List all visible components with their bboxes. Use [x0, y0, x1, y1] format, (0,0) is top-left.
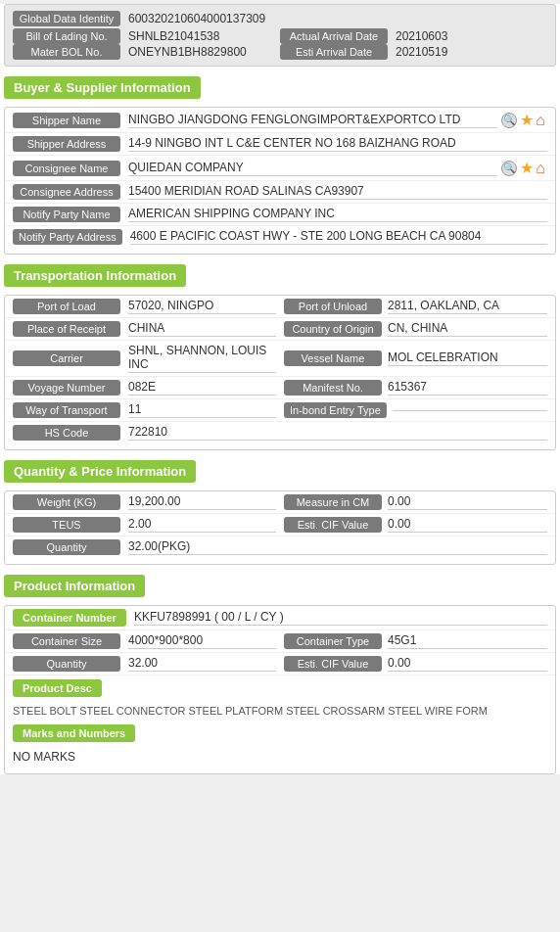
- actual-arrival-label: Actual Arrival Date: [280, 28, 388, 44]
- in-bond-label: In-bond Entry Type: [284, 402, 387, 418]
- product-esti-cif-label: Esti. CIF Value: [284, 656, 382, 672]
- product-qty-label: Quantity: [13, 656, 120, 672]
- port-load-left: Port of Load 57020, NINGPO: [13, 299, 276, 314]
- consignee-home-icon[interactable]: ⌂: [536, 160, 545, 177]
- marks-text: NO MARKS: [5, 746, 555, 768]
- hs-code-value: 722810: [128, 425, 547, 441]
- voyage-row: Voyage Number 082E Manifest No. 615367: [5, 377, 555, 399]
- country-origin-label: Country of Origin: [284, 321, 382, 337]
- esti-arrival-label: Esti Arrival Date: [280, 44, 388, 60]
- transport-value: 11: [128, 402, 276, 418]
- product-desc-btn-row: Product Desc: [5, 676, 555, 701]
- shipper-address-label: Shipper Address: [13, 136, 120, 152]
- transportation-section: Transportation Information Port of Load …: [0, 258, 560, 450]
- port-load-row: Port of Load 57020, NINGPO Port of Unloa…: [5, 296, 555, 318]
- esti-cif-label: Esti. CIF Value: [284, 517, 382, 533]
- page-wrapper: Global Data Identity 6003202106040001373…: [0, 4, 560, 774]
- notify-party-address-label: Notify Party Address: [13, 229, 122, 245]
- shipper-address-value: 14-9 NINGBO INT L C&E CENTER NO 168 BAIZ…: [128, 136, 547, 152]
- shipper-name-label: Shipper Name: [13, 113, 120, 128]
- container-type-right: Container Type 45G1: [284, 633, 547, 649]
- qty-row: Quantity 32.00(PKG): [5, 536, 555, 558]
- product-qty-row: Quantity 32.00 Esti. CIF Value 0.00: [5, 653, 555, 676]
- transport-left: Way of Transport 11: [13, 402, 276, 418]
- consignee-name-row: Consignee Name QUIEDAN COMPANY ★ ⌂: [5, 156, 555, 181]
- measure-right: Measure in CM 0.00: [284, 494, 547, 510]
- quantity-price-header: Quantity & Price Information: [4, 460, 196, 483]
- container-size-left: Container Size 4000*900*800: [13, 633, 276, 649]
- product-section: Product Information Container Number KKF…: [0, 569, 560, 774]
- marks-numbers-button[interactable]: Marks and Numbers: [13, 724, 135, 742]
- vessel-value: MOL CELEBRATION: [388, 350, 547, 366]
- mater-bol-row: Mater BOL No. ONEYNB1BH8829800 Esti Arri…: [13, 44, 547, 60]
- consignee-star-icon[interactable]: ★: [520, 159, 534, 177]
- bol-value: SHNLB21041538: [128, 29, 219, 43]
- consignee-address-row: Consignee Address 15400 MERIDIAN ROAD SA…: [5, 181, 555, 204]
- actual-arrival-value: 20210603: [396, 29, 447, 43]
- teus-row: TEUS 2.00 Esti. CIF Value 0.00: [5, 514, 555, 536]
- carrier-row: Carrier SHNL, SHANNON, LOUIS INC Vessel …: [5, 341, 555, 377]
- weight-label: Weight (KG): [13, 494, 120, 510]
- mater-bol-label: Mater BOL No.: [13, 44, 120, 60]
- notify-party-name-value: AMERICAN SHIPPING COMPANY INC: [128, 207, 547, 222]
- buyer-supplier-section: Buyer & Supplier Information Shipper Nam…: [0, 70, 560, 255]
- manifest-value: 615367: [388, 380, 547, 396]
- in-bond-value: [393, 409, 547, 411]
- shipper-star-icon[interactable]: ★: [520, 111, 534, 129]
- place-receipt-label: Place of Receipt: [13, 321, 120, 337]
- voyage-value: 082E: [128, 380, 276, 396]
- port-load-value: 57020, NINGPO: [128, 299, 276, 314]
- container-size-row: Container Size 4000*900*800 Container Ty…: [5, 630, 555, 653]
- place-receipt-left: Place of Receipt CHINA: [13, 321, 276, 337]
- product-desc-text: STEEL BOLT STEEL CONNECTOR STEEL PLATFOR…: [5, 701, 555, 721]
- esti-cif-right: Esti. CIF Value 0.00: [284, 517, 547, 533]
- product-desc-button[interactable]: Product Desc: [13, 679, 102, 697]
- hs-code-label: HS Code: [13, 425, 120, 441]
- hs-code-row: HS Code 722810: [5, 422, 555, 443]
- product-esti-cif-value: 0.00: [388, 656, 547, 672]
- port-load-label: Port of Load: [13, 299, 120, 314]
- container-number-btn[interactable]: Container Number: [13, 609, 126, 627]
- teus-left: TEUS 2.00: [13, 517, 276, 533]
- shipper-name-row: Shipper Name NINGBO JIANGDONG FENGLONGIM…: [5, 108, 555, 133]
- transport-label: Way of Transport: [13, 402, 120, 418]
- buyer-supplier-header: Buyer & Supplier Information: [4, 76, 201, 99]
- marks-btn-row: Marks and Numbers: [5, 721, 555, 746]
- carrier-left: Carrier SHNL, SHANNON, LOUIS INC: [13, 344, 276, 373]
- teus-value: 2.00: [128, 517, 276, 533]
- product-header: Product Information: [4, 575, 145, 597]
- buyer-supplier-fields: Shipper Name NINGBO JIANGDONG FENGLONGIM…: [4, 107, 556, 255]
- container-size-label: Container Size: [13, 633, 120, 649]
- bol-left: Bill of Lading No. SHNLB21041538: [13, 28, 280, 44]
- place-receipt-value: CHINA: [128, 321, 276, 337]
- carrier-value: SHNL, SHANNON, LOUIS INC: [128, 344, 276, 373]
- weight-value: 19,200.00: [128, 494, 276, 510]
- manifest-label: Manifest No.: [284, 380, 382, 396]
- manifest-right: Manifest No. 615367: [284, 380, 547, 396]
- voyage-left: Voyage Number 082E: [13, 380, 276, 396]
- consignee-name-label: Consignee Name: [13, 161, 120, 176]
- qty-value: 32.00(PKG): [128, 539, 547, 555]
- product-qty-value: 32.00: [128, 656, 276, 672]
- country-origin-right: Country of Origin CN, CHINA: [284, 321, 547, 337]
- container-type-value: 45G1: [388, 633, 547, 649]
- quantity-price-fields: Weight (KG) 19,200.00 Measure in CM 0.00…: [4, 490, 556, 565]
- shipper-name-value: NINGBO JIANGDONG FENGLONGIMPORT&EXPORTCO…: [128, 113, 497, 128]
- shipper-home-icon[interactable]: ⌂: [536, 112, 545, 129]
- shipper-address-row: Shipper Address 14-9 NINGBO INT L C&E CE…: [5, 133, 555, 156]
- esti-arrival-value: 20210519: [396, 45, 447, 59]
- port-unload-label: Port of Unload: [284, 299, 382, 314]
- in-bond-right: In-bond Entry Type: [284, 402, 547, 418]
- product-fields: Container Number KKFU7898991 ( 00 / L / …: [4, 605, 556, 774]
- bol-right: Actual Arrival Date 20210603: [280, 28, 547, 44]
- consignee-address-value: 15400 MERIDIAN ROAD SALINAS CA93907: [128, 184, 547, 200]
- shipper-search-icon[interactable]: [501, 113, 517, 128]
- consignee-search-icon[interactable]: [501, 161, 517, 176]
- mater-bol-value: ONEYNB1BH8829800: [128, 45, 247, 59]
- country-origin-value: CN, CHINA: [388, 321, 547, 337]
- quantity-price-section: Quantity & Price Information Weight (KG)…: [0, 454, 560, 565]
- mater-bol-left: Mater BOL No. ONEYNB1BH8829800: [13, 44, 280, 60]
- global-identity-value: 600320210604000137309: [128, 12, 265, 25]
- shipper-icons: ★ ⌂: [501, 111, 547, 129]
- notify-party-name-label: Notify Party Name: [13, 207, 120, 222]
